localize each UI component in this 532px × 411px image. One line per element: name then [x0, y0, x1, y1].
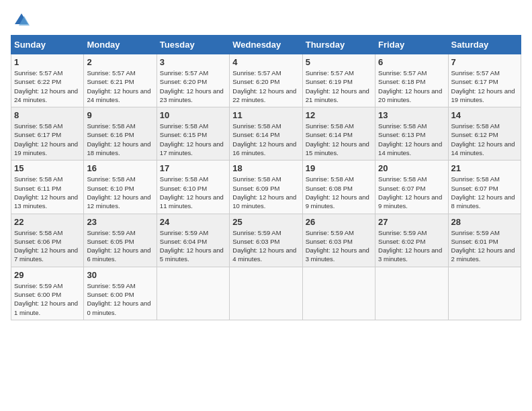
day-info: Sunrise: 5:58 AMSunset: 6:14 PMDaylight:…: [232, 122, 299, 157]
day-number: 7: [451, 57, 518, 67]
calendar-cell: 13Sunrise: 5:58 AMSunset: 6:13 PMDayligh…: [375, 107, 448, 161]
day-number: 1: [14, 57, 81, 67]
calendar-cell: 9Sunrise: 5:58 AMSunset: 6:16 PMDaylight…: [84, 107, 157, 161]
calendar-cell: [448, 267, 521, 320]
calendar-cell: 24Sunrise: 5:59 AMSunset: 6:04 PMDayligh…: [157, 214, 229, 267]
calendar-cell: 18Sunrise: 5:58 AMSunset: 6:09 PMDayligh…: [230, 161, 302, 214]
day-info: Sunrise: 5:58 AMSunset: 6:07 PMDaylight:…: [378, 175, 445, 210]
day-number: 8: [14, 110, 81, 120]
day-number: 25: [232, 217, 299, 227]
calendar-cell: 15Sunrise: 5:58 AMSunset: 6:11 PMDayligh…: [11, 161, 84, 214]
calendar-cell: [375, 267, 448, 320]
day-number: 4: [232, 57, 299, 67]
calendar-header-row: SundayMondayTuesdayWednesdayThursdayFrid…: [11, 36, 521, 54]
day-info: Sunrise: 5:58 AMSunset: 6:16 PMDaylight:…: [87, 122, 153, 157]
calendar-cell: 14Sunrise: 5:58 AMSunset: 6:12 PMDayligh…: [448, 107, 521, 161]
day-info: Sunrise: 5:57 AMSunset: 6:20 PMDaylight:…: [232, 68, 299, 104]
calendar-cell: 8Sunrise: 5:58 AMSunset: 6:17 PMDaylight…: [11, 107, 84, 161]
calendar-cell: 1Sunrise: 5:57 AMSunset: 6:22 PMDaylight…: [11, 54, 84, 107]
calendar-cell: 17Sunrise: 5:58 AMSunset: 6:10 PMDayligh…: [157, 161, 229, 214]
day-number: 10: [160, 110, 226, 120]
week-row-1: 1Sunrise: 5:57 AMSunset: 6:22 PMDaylight…: [11, 54, 521, 107]
day-info: Sunrise: 5:57 AMSunset: 6:21 PMDaylight:…: [87, 68, 153, 104]
day-info: Sunrise: 5:58 AMSunset: 6:12 PMDaylight:…: [451, 122, 518, 157]
day-number: 30: [87, 270, 153, 280]
calendar-cell: [157, 267, 229, 320]
day-info: Sunrise: 5:57 AMSunset: 6:20 PMDaylight:…: [160, 68, 226, 104]
day-info: Sunrise: 5:59 AMSunset: 6:03 PMDaylight:…: [306, 228, 372, 264]
day-number: 26: [306, 217, 372, 227]
calendar-cell: 29Sunrise: 5:59 AMSunset: 6:00 PMDayligh…: [11, 267, 84, 320]
col-header-friday: Friday: [375, 36, 448, 54]
calendar-cell: 3Sunrise: 5:57 AMSunset: 6:20 PMDaylight…: [157, 54, 229, 107]
day-number: 22: [14, 217, 81, 227]
calendar-cell: [230, 267, 302, 320]
col-header-tuesday: Tuesday: [157, 36, 229, 54]
day-info: Sunrise: 5:58 AMSunset: 6:15 PMDaylight:…: [160, 122, 226, 157]
day-number: 24: [160, 217, 226, 227]
calendar-cell: 11Sunrise: 5:58 AMSunset: 6:14 PMDayligh…: [230, 107, 302, 161]
calendar-cell: 4Sunrise: 5:57 AMSunset: 6:20 PMDaylight…: [230, 54, 302, 107]
calendar-cell: 5Sunrise: 5:57 AMSunset: 6:19 PMDaylight…: [302, 54, 375, 107]
day-info: Sunrise: 5:58 AMSunset: 6:07 PMDaylight:…: [451, 175, 518, 210]
calendar-cell: 10Sunrise: 5:58 AMSunset: 6:15 PMDayligh…: [157, 107, 229, 161]
day-info: Sunrise: 5:58 AMSunset: 6:13 PMDaylight:…: [378, 122, 445, 157]
calendar-cell: 25Sunrise: 5:59 AMSunset: 6:03 PMDayligh…: [230, 214, 302, 267]
day-number: 2: [87, 57, 153, 67]
day-info: Sunrise: 5:58 AMSunset: 6:14 PMDaylight:…: [306, 122, 372, 157]
day-info: Sunrise: 5:59 AMSunset: 6:00 PMDaylight:…: [14, 281, 81, 317]
day-number: 19: [306, 163, 372, 173]
day-info: Sunrise: 5:58 AMSunset: 6:11 PMDaylight:…: [14, 175, 81, 210]
calendar-cell: 16Sunrise: 5:58 AMSunset: 6:10 PMDayligh…: [84, 161, 157, 214]
day-number: 21: [451, 163, 518, 173]
calendar-cell: 27Sunrise: 5:59 AMSunset: 6:02 PMDayligh…: [375, 214, 448, 267]
col-header-thursday: Thursday: [302, 36, 375, 54]
day-info: Sunrise: 5:58 AMSunset: 6:06 PMDaylight:…: [14, 228, 81, 264]
day-info: Sunrise: 5:58 AMSunset: 6:08 PMDaylight:…: [306, 175, 372, 210]
col-header-monday: Monday: [84, 36, 157, 54]
day-number: 6: [378, 57, 445, 67]
day-info: Sunrise: 5:58 AMSunset: 6:10 PMDaylight:…: [160, 175, 226, 210]
week-row-3: 15Sunrise: 5:58 AMSunset: 6:11 PMDayligh…: [11, 161, 521, 214]
calendar-cell: 7Sunrise: 5:57 AMSunset: 6:17 PMDaylight…: [448, 54, 521, 107]
day-number: 27: [378, 217, 445, 227]
week-row-5: 29Sunrise: 5:59 AMSunset: 6:00 PMDayligh…: [11, 267, 521, 320]
day-number: 17: [160, 163, 226, 173]
day-info: Sunrise: 5:59 AMSunset: 6:01 PMDaylight:…: [451, 228, 518, 264]
day-number: 18: [232, 163, 299, 173]
calendar-cell: 19Sunrise: 5:58 AMSunset: 6:08 PMDayligh…: [302, 161, 375, 214]
calendar-body: 1Sunrise: 5:57 AMSunset: 6:22 PMDaylight…: [11, 54, 521, 320]
day-info: Sunrise: 5:57 AMSunset: 6:22 PMDaylight:…: [14, 68, 81, 104]
day-info: Sunrise: 5:59 AMSunset: 6:05 PMDaylight:…: [87, 228, 153, 264]
day-number: 5: [306, 57, 372, 67]
logo: [11, 11, 31, 30]
calendar-cell: 26Sunrise: 5:59 AMSunset: 6:03 PMDayligh…: [302, 214, 375, 267]
day-number: 13: [378, 110, 445, 120]
week-row-2: 8Sunrise: 5:58 AMSunset: 6:17 PMDaylight…: [11, 107, 521, 161]
day-number: 15: [14, 163, 81, 173]
calendar-cell: 22Sunrise: 5:58 AMSunset: 6:06 PMDayligh…: [11, 214, 84, 267]
day-info: Sunrise: 5:58 AMSunset: 6:10 PMDaylight:…: [87, 175, 153, 210]
day-number: 29: [14, 270, 81, 280]
calendar-cell: 28Sunrise: 5:59 AMSunset: 6:01 PMDayligh…: [448, 214, 521, 267]
day-info: Sunrise: 5:57 AMSunset: 6:18 PMDaylight:…: [378, 68, 445, 104]
page-header: [11, 11, 521, 30]
day-number: 16: [87, 163, 153, 173]
day-info: Sunrise: 5:58 AMSunset: 6:09 PMDaylight:…: [232, 175, 299, 210]
day-number: 23: [87, 217, 153, 227]
day-number: 28: [451, 217, 518, 227]
logo-icon: [12, 11, 31, 30]
day-number: 14: [451, 110, 518, 120]
day-info: Sunrise: 5:57 AMSunset: 6:19 PMDaylight:…: [306, 68, 372, 104]
day-info: Sunrise: 5:59 AMSunset: 6:02 PMDaylight:…: [378, 228, 445, 264]
day-info: Sunrise: 5:57 AMSunset: 6:17 PMDaylight:…: [451, 68, 518, 104]
calendar-cell: 6Sunrise: 5:57 AMSunset: 6:18 PMDaylight…: [375, 54, 448, 107]
calendar-cell: 2Sunrise: 5:57 AMSunset: 6:21 PMDaylight…: [84, 54, 157, 107]
week-row-4: 22Sunrise: 5:58 AMSunset: 6:06 PMDayligh…: [11, 214, 521, 267]
col-header-wednesday: Wednesday: [230, 36, 302, 54]
calendar-cell: 23Sunrise: 5:59 AMSunset: 6:05 PMDayligh…: [84, 214, 157, 267]
col-header-saturday: Saturday: [448, 36, 521, 54]
day-number: 9: [87, 110, 153, 120]
day-info: Sunrise: 5:59 AMSunset: 6:04 PMDaylight:…: [160, 228, 226, 264]
calendar-cell: 30Sunrise: 5:59 AMSunset: 6:00 PMDayligh…: [84, 267, 157, 320]
